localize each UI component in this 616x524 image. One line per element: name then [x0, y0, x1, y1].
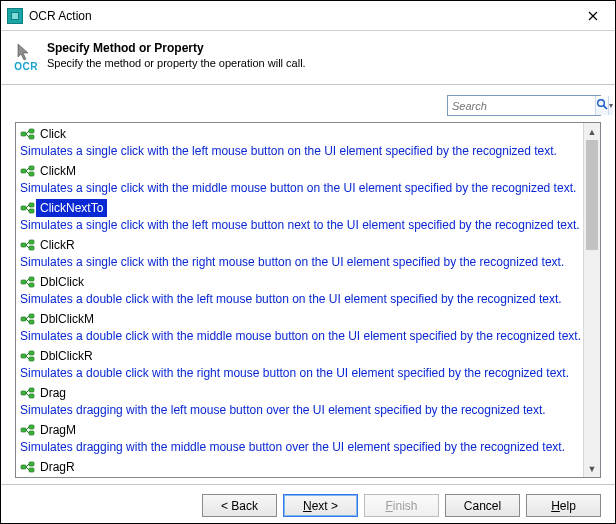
ocr-cursor-icon: OCR [11, 43, 41, 72]
list-item[interactable]: DblClickR [18, 347, 583, 365]
search-input[interactable] [448, 96, 595, 115]
close-button[interactable] [570, 1, 615, 31]
help-button[interactable]: Help [526, 494, 601, 517]
search-dropdown[interactable]: ▾ [608, 96, 613, 115]
svg-rect-10 [29, 209, 34, 213]
list-item[interactable]: Click [18, 125, 583, 143]
method-name: ClickM [36, 162, 583, 180]
wizard-footer: < Back Next > Finish Cancel Help [1, 484, 615, 524]
svg-rect-13 [29, 246, 34, 250]
method-icon [20, 237, 36, 253]
back-button[interactable]: < Back [202, 494, 277, 517]
list-item[interactable]: DragM [18, 421, 583, 439]
list-item[interactable]: ClickNextTo [18, 199, 583, 217]
svg-rect-19 [29, 320, 34, 324]
chevron-down-icon: ▾ [609, 101, 613, 110]
cancel-label: Cancel [464, 499, 501, 513]
svg-rect-12 [29, 240, 34, 244]
method-name: DblClickM [36, 310, 583, 328]
svg-rect-22 [29, 357, 34, 361]
method-description: Simulates a double click with the right … [16, 365, 583, 384]
method-icon [20, 348, 36, 364]
method-icon [20, 274, 36, 290]
search-button[interactable] [595, 96, 608, 115]
method-icon [20, 200, 36, 216]
method-description: Simulates a double click with the middle… [16, 328, 583, 347]
svg-rect-27 [29, 425, 34, 429]
svg-rect-18 [29, 314, 34, 318]
list-item[interactable]: ClickR [18, 236, 583, 254]
svg-rect-25 [29, 394, 34, 398]
method-name: ClickNextTo [36, 199, 107, 217]
svg-rect-31 [29, 468, 34, 472]
svg-rect-7 [29, 172, 34, 176]
method-name: Drag [36, 384, 583, 402]
svg-rect-6 [29, 166, 34, 170]
svg-point-0 [598, 100, 605, 107]
method-description: Simulates a single click with the left m… [16, 143, 583, 162]
method-icon [20, 385, 36, 401]
svg-rect-21 [29, 351, 34, 355]
scroll-thumb[interactable] [586, 140, 598, 250]
svg-rect-8 [21, 206, 26, 210]
method-icon [20, 422, 36, 438]
search-box: ▾ [447, 95, 601, 116]
svg-rect-17 [21, 317, 26, 321]
list-item[interactable]: DblClick [18, 273, 583, 291]
list-item[interactable]: DblClickM [18, 310, 583, 328]
svg-rect-15 [29, 277, 34, 281]
titlebar: OCR Action [1, 1, 615, 31]
list-item[interactable]: DragR [18, 458, 583, 476]
svg-rect-5 [21, 169, 26, 173]
finish-label: Finish [385, 499, 417, 513]
svg-line-1 [604, 106, 607, 109]
close-icon [588, 9, 598, 23]
scroll-down-button[interactable]: ▼ [584, 460, 600, 477]
svg-rect-26 [21, 428, 26, 432]
wizard-header: OCR Specify Method or Property Specify t… [1, 31, 615, 85]
svg-rect-23 [21, 391, 26, 395]
method-name: DblClickR [36, 347, 583, 365]
method-icon [20, 459, 36, 475]
svg-rect-4 [29, 135, 34, 139]
svg-rect-24 [29, 388, 34, 392]
svg-rect-29 [21, 465, 26, 469]
method-name: ClickR [36, 236, 583, 254]
method-name: DragM [36, 421, 583, 439]
svg-rect-16 [29, 283, 34, 287]
method-description: Simulates dragging with the left mouse b… [16, 402, 583, 421]
page-title: Specify Method or Property [47, 41, 601, 55]
method-list: ClickSimulates a single click with the l… [15, 122, 601, 478]
scrollbar[interactable]: ▲ ▼ [583, 123, 600, 477]
svg-rect-28 [29, 431, 34, 435]
method-description: Simulates a single click with the right … [16, 254, 583, 273]
list-item[interactable]: Drag [18, 384, 583, 402]
svg-rect-20 [21, 354, 26, 358]
svg-rect-9 [29, 203, 34, 207]
ocr-label: OCR [14, 61, 38, 72]
svg-rect-14 [21, 280, 26, 284]
cancel-button[interactable]: Cancel [445, 494, 520, 517]
back-label: < Back [221, 499, 258, 513]
next-label: Next > [303, 499, 338, 513]
page-subtitle: Specify the method or property the opera… [47, 57, 601, 69]
method-description: Simulates dragging with the middle mouse… [16, 439, 583, 458]
list-item[interactable]: ClickM [18, 162, 583, 180]
method-name: DragR [36, 458, 583, 476]
help-label: Help [551, 499, 576, 513]
scroll-up-button[interactable]: ▲ [584, 123, 600, 140]
svg-rect-2 [21, 132, 26, 136]
next-button[interactable]: Next > [283, 494, 358, 517]
method-description: Simulates dragging with the right mouse … [16, 476, 583, 477]
window-title: OCR Action [29, 9, 570, 23]
svg-rect-3 [29, 129, 34, 133]
method-description: Simulates a double click with the left m… [16, 291, 583, 310]
svg-rect-11 [21, 243, 26, 247]
search-icon [596, 98, 608, 113]
method-icon [20, 163, 36, 179]
method-description: Simulates a single click with the left m… [16, 217, 583, 236]
method-name: DblClick [36, 273, 583, 291]
method-icon [20, 311, 36, 327]
svg-rect-30 [29, 462, 34, 466]
app-icon [7, 8, 23, 24]
